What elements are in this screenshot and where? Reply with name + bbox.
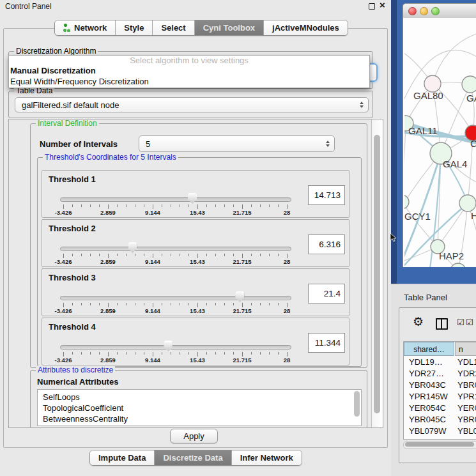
list-item[interactable]: SelfLoops xyxy=(43,392,80,403)
network-node[interactable] xyxy=(450,263,466,267)
close-icon[interactable]: × xyxy=(380,0,385,10)
horizontal-scrollbar[interactable] xyxy=(403,441,476,449)
tick-label: 28 xyxy=(284,307,291,314)
tick-label: 9.144 xyxy=(145,357,160,364)
cell-shared-name: YER054C xyxy=(409,403,446,414)
tick-label: 15.43 xyxy=(190,258,205,265)
scrollbar-thumb[interactable] xyxy=(405,442,474,447)
number-of-intervals-label: Number of Intervals xyxy=(40,139,118,149)
tick-label: -3.426 xyxy=(55,209,72,216)
slider-handle[interactable] xyxy=(235,291,244,302)
tab-select[interactable]: Select xyxy=(153,20,194,35)
tick-label: 21.715 xyxy=(233,357,251,364)
slider-track[interactable] xyxy=(60,197,291,202)
threshold-panel: Threshold 1-3.4262.8599.14415.4321.71528… xyxy=(42,170,349,218)
attributes-list[interactable]: SelfLoopsTopologicalCoefficientBetweenne… xyxy=(37,389,362,426)
table-row[interactable]: YPR145WYPR1 xyxy=(404,391,476,403)
checkbox-icon[interactable]: ☑ xyxy=(457,318,464,327)
slider-track[interactable] xyxy=(60,296,291,300)
tick-label: 15.43 xyxy=(190,357,205,364)
threshold-label: Threshold 1 xyxy=(49,174,96,184)
column-header-shared-name[interactable]: shared… xyxy=(404,342,454,356)
list-item[interactable]: TopologicalCoefficient xyxy=(43,403,123,413)
thresholds-group: Threshold's Coordinates for 5 Intervals … xyxy=(37,157,362,367)
combobox-value: galFiltered.sif default node xyxy=(22,100,119,110)
panel-title: Control Panel xyxy=(5,2,52,11)
tab-network[interactable]: Network xyxy=(55,20,116,35)
tab-label: Impute Data xyxy=(98,453,146,463)
table-row[interactable]: YDL19…YDL1 xyxy=(404,357,476,368)
tick-label: 9.144 xyxy=(145,258,160,265)
tab-label: Network xyxy=(74,23,107,33)
network-window-titlebar[interactable] xyxy=(403,3,476,19)
threshold-label: Threshold 2 xyxy=(49,224,96,233)
tick-label: 2.859 xyxy=(100,357,116,364)
table-panel-box: ⚙ ☑ ☑ shared… n YDL19…YDL1YDR27…YDR2YBR0… xyxy=(399,307,476,463)
tab-discretize-data[interactable]: Discretize Data xyxy=(155,450,231,465)
float-icon[interactable] xyxy=(369,3,375,10)
table-row[interactable]: YER054CYER0 xyxy=(404,403,476,414)
node-label: C xyxy=(470,138,476,149)
network-edge xyxy=(404,123,406,202)
tab-label: Discretize Data xyxy=(163,453,222,463)
table-panel: Table Panel ⚙ ☑ ☑ shared… n YDL19…YDL1YD… xyxy=(391,284,476,476)
group-legend: Interval Definition xyxy=(36,119,99,128)
scrollbar-thumb[interactable] xyxy=(374,135,380,413)
network-canvas[interactable]: GAL80GACGAL11GAL4GCY1HHAP2 xyxy=(403,18,476,267)
checkbox-icon[interactable]: ☑ xyxy=(466,318,473,327)
spinner-icon xyxy=(360,102,364,108)
tab-style[interactable]: Style xyxy=(116,20,153,35)
close-light[interactable] xyxy=(408,7,417,15)
apply-button[interactable]: Apply xyxy=(170,429,218,443)
threshold-value-field[interactable]: 14.713 xyxy=(308,185,345,205)
network-and-table-region: GAL80GACGAL11GAL4GCY1HHAP2 Table Panel ⚙… xyxy=(391,0,476,476)
tab-jactivemnodules[interactable]: jActiveMNodules xyxy=(264,20,348,35)
tick-label: 28 xyxy=(284,258,291,265)
slider-handle[interactable] xyxy=(128,242,137,253)
table-panel-title: Table Panel xyxy=(404,293,447,302)
table-data-group: Table Data galFiltered.sif default node xyxy=(8,91,373,118)
threshold-value-field[interactable]: 6.316 xyxy=(308,234,345,254)
cell-name: YDL1 xyxy=(457,357,476,368)
table-row[interactable]: YBR043CYBR0 xyxy=(404,380,476,391)
gear-icon[interactable]: ⚙ xyxy=(413,314,424,328)
network-icon xyxy=(63,24,70,32)
tab-cyni-toolbox[interactable]: Cyni Toolbox xyxy=(195,20,264,35)
network-node-h[interactable] xyxy=(459,195,476,211)
zoom-light[interactable] xyxy=(431,7,440,15)
table-row[interactable]: YBR045CYBR0 xyxy=(404,414,476,426)
tick-label: -3.426 xyxy=(55,357,72,364)
node-table: shared… n YDL19…YDL1YDR27…YDR2YBR043CYBR… xyxy=(403,341,476,440)
vertical-scrollbar[interactable] xyxy=(371,119,383,427)
column-header-name[interactable]: n xyxy=(455,342,476,356)
tab-impute-data[interactable]: Impute Data xyxy=(90,450,155,465)
table-data-combobox[interactable]: galFiltered.sif default node xyxy=(15,97,369,112)
list-item[interactable]: BetweennessCentrality xyxy=(43,413,128,424)
numerical-attributes-label: Numerical Attributes xyxy=(37,377,118,387)
popup-item[interactable]: Manual Discretization xyxy=(9,65,369,76)
list-scrollbar[interactable] xyxy=(354,391,360,417)
threshold-value-field[interactable]: 11.344 xyxy=(308,333,345,353)
slider-handle[interactable] xyxy=(188,193,197,204)
slider-track[interactable] xyxy=(60,345,291,349)
cell-shared-name: YBR043C xyxy=(409,380,446,391)
threshold-value-field[interactable]: 21.4 xyxy=(308,284,345,303)
table-row[interactable]: YDR27…YDR2 xyxy=(404,368,476,380)
number-of-intervals-combobox[interactable]: 5 xyxy=(139,135,335,152)
slider-handle[interactable] xyxy=(164,341,173,351)
slider-track[interactable] xyxy=(60,247,291,251)
network-node-ga[interactable] xyxy=(462,76,476,93)
node-label: HAP2 xyxy=(439,250,464,261)
node-label: GA xyxy=(466,93,476,104)
popup-placeholder: Select algorithm to view settings xyxy=(9,56,369,65)
columns-icon[interactable] xyxy=(436,318,448,330)
minimize-light[interactable] xyxy=(420,7,428,15)
tick-label: 2.859 xyxy=(100,258,116,265)
popup-item[interactable]: Equal Width/Frequency Discretization xyxy=(9,76,369,87)
table-row[interactable]: YBL079WYBL0 xyxy=(404,426,476,436)
node-label: H xyxy=(471,210,476,221)
tick-label: 9.144 xyxy=(145,209,160,216)
tab-infer-network[interactable]: Infer Network xyxy=(232,450,302,465)
tick-label: 15.43 xyxy=(190,209,205,216)
table-rows: YDL19…YDL1YDR27…YDR2YBR043CYBR0YPR145WYP… xyxy=(404,357,476,436)
